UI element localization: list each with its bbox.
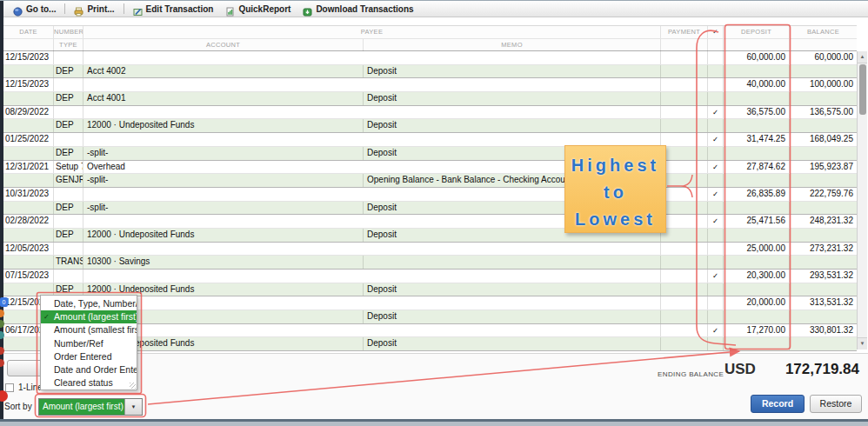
quickreport-button[interactable]: QuickReport [219, 2, 297, 17]
cell-blank [708, 119, 724, 132]
cell-blank [3, 202, 54, 215]
cleared-check-icon: ✓ [708, 270, 724, 283]
transaction-row[interactable]: 07/15/2023 ✓ 20,300.00 293,531.32 DEP 12… [3, 270, 857, 296]
cell-blank [724, 92, 790, 105]
cell-blank [724, 229, 790, 242]
cell-type: GENJRN [54, 174, 83, 187]
header-blank [661, 39, 708, 51]
resize-grip-icon[interactable] [130, 383, 136, 389]
vertical-scrollbar[interactable]: ▲ ▼ [857, 51, 867, 349]
cell-account: Acct 4001 [83, 92, 364, 105]
cell-date: 12/05/2023 [3, 243, 54, 256]
edit-transaction-icon [133, 4, 143, 14]
cell-account: 12000 · Undeposited Funds [83, 229, 364, 242]
cell-blank [3, 65, 54, 78]
transaction-row[interactable]: 12/15/2023 40,000.00 100,000.00 DEP Acct… [3, 78, 857, 105]
callout-line: Highest [565, 152, 665, 179]
cell-blank [661, 310, 708, 323]
left-edge-strip: 0 [0, 1, 3, 419]
header-cleared: ✓ [708, 26, 724, 38]
cell-payee [83, 106, 661, 119]
cell-blank [724, 337, 790, 350]
register-column-headers: DATE NUMBER PAYEE PAYMENT ✓ DEPOSIT BALA… [3, 25, 857, 51]
cell-balance: 273,231.32 [790, 243, 857, 256]
sort-menu-item[interactable]: Date, Type, Number/Ref [41, 297, 137, 310]
cell-blank [661, 256, 708, 269]
transaction-register-window: Go to... Print... Edit Transaction Quick… [0, 0, 868, 426]
transaction-row[interactable]: 01/25/2022 ✓ 31,474.25 168,049.25 DEP -s… [3, 133, 857, 160]
scrollbar-thumb[interactable] [859, 64, 866, 115]
transaction-row[interactable]: 12/15/2023 60,000.00 60,000.00 DEP Acct … [3, 51, 857, 78]
cell-balance: 60,000.00 [790, 51, 857, 64]
cell-blank [790, 337, 857, 350]
cell-blank [708, 283, 724, 296]
cell-blank [661, 119, 708, 132]
chevron-down-icon[interactable]: ▼ [124, 399, 142, 415]
cell-blank [724, 65, 790, 78]
cell-deposit: 17,270.00 [724, 324, 790, 337]
transaction-row[interactable]: 12/31/2021 Setup 7 Overhead ✓ 27,874.62 … [3, 161, 857, 188]
edit-transaction-button[interactable]: Edit Transaction [127, 2, 220, 17]
header-type: TYPE [54, 39, 83, 51]
transaction-row[interactable]: 10/31/2023 ✓ 26,835.89 222,759.76 DEP -s… [3, 188, 857, 215]
quickreport-icon [225, 4, 235, 14]
header-account: ACCOUNT [83, 39, 364, 51]
cell-blank [708, 256, 724, 269]
sort-menu-item[interactable]: Amount (smallest first) [41, 323, 137, 336]
cell-blank [661, 147, 708, 160]
cell-blank [661, 65, 708, 78]
cell-blank [708, 229, 724, 242]
cell-deposit: 40,000.00 [724, 78, 790, 91]
cell-date: 12/31/2021 [3, 161, 54, 174]
transaction-row[interactable]: 08/29/2022 ✓ 36,575.00 136,575.00 DEP 12… [3, 106, 857, 133]
cell-blank [708, 310, 724, 323]
cell-payment [661, 296, 708, 310]
cell-number [54, 133, 83, 146]
record-button[interactable]: Record [751, 395, 805, 413]
cell-blank [790, 92, 857, 105]
download-transactions-button[interactable]: Download Transactions [297, 2, 419, 17]
one-line-checkbox[interactable] [5, 383, 14, 392]
cell-account: -split- [83, 147, 364, 160]
header-number: NUMBER [54, 26, 83, 38]
cell-blank [724, 174, 790, 187]
cell-blank [661, 283, 708, 296]
cell-type: TRANSFR [54, 256, 83, 269]
printer-icon [74, 4, 83, 14]
cell-deposit: 26,835.89 [724, 188, 790, 201]
sort-menu-item[interactable]: Date and Order Entered [41, 363, 137, 376]
cleared-check-icon: ✓ [708, 324, 724, 337]
scroll-down-icon[interactable]: ▼ [858, 337, 867, 349]
sort-menu-item[interactable]: ✓ Amount (largest first) [41, 310, 137, 323]
cell-payee [83, 51, 661, 64]
sort-menu-item[interactable]: Cleared status [41, 376, 137, 389]
goto-button[interactable]: Go to... [7, 2, 62, 17]
cell-blank [661, 174, 708, 187]
cell-payment [661, 243, 708, 256]
sort-menu-item[interactable]: Order Entered [41, 350, 137, 363]
cell-blank [661, 202, 708, 215]
print-button[interactable]: Print... [68, 2, 120, 17]
cell-deposit: 25,000.00 [724, 243, 790, 256]
cell-date: 08/29/2022 [3, 106, 54, 119]
cell-date: 02/28/2022 [3, 215, 54, 228]
cell-blank [708, 174, 724, 187]
header-blank [708, 39, 724, 51]
scroll-up-icon[interactable]: ▲ [858, 51, 867, 63]
restore-button[interactable]: Restore [810, 395, 862, 413]
transaction-row[interactable]: 12/05/2023 25,000.00 273,231.32 TRANSFR … [3, 243, 857, 270]
sort-menu-item[interactable]: Number/Ref [41, 337, 137, 350]
sort-by-dropdown[interactable]: Amount (largest first) ▼ [38, 398, 143, 416]
cell-payment [661, 133, 708, 146]
cell-blank [708, 65, 724, 78]
cell-balance: 313,531.32 [790, 296, 857, 310]
cell-payment [661, 188, 708, 201]
cell-deposit: 20,000.00 [724, 296, 790, 310]
transaction-row[interactable]: 02/28/2022 ✓ 25,471.56 248,231.32 DEP 12… [3, 215, 857, 242]
cell-blank [790, 174, 857, 187]
download-transactions-button-label: Download Transactions [316, 4, 413, 14]
header-deposit: DEPOSIT [724, 26, 790, 38]
cleared-check-icon [708, 296, 724, 310]
cleared-check-icon: ✓ [708, 188, 724, 201]
cell-balance: 168,049.25 [790, 133, 857, 146]
